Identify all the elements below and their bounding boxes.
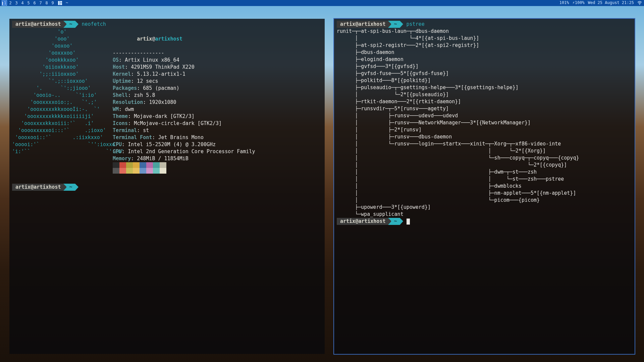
neofetch-val: 12 secs xyxy=(137,78,158,84)
neofetch-val: 685 (pacman) xyxy=(143,85,179,91)
color-swatch xyxy=(113,162,119,168)
svg-rect-2 xyxy=(60,3,62,5)
neofetch-val: Intel 2nd Generation Core Processor Fami… xyxy=(128,148,255,155)
color-swatch xyxy=(160,162,166,168)
neofetch-val: 5.13.12-artix1-1 xyxy=(137,71,185,77)
prompt-userhost: artix@artixhost xyxy=(12,21,63,28)
prompt-dir: ~ xyxy=(66,184,75,191)
prompt-userhost: artix@artixhost xyxy=(12,184,63,191)
cursor xyxy=(407,219,410,225)
neofetch-row: Host: 4291MS9 ThinkPad X220 xyxy=(113,64,322,71)
neofetch-row: Terminal: st xyxy=(113,127,322,134)
neofetch-row: Resolution: 644x362 xyxy=(113,99,322,106)
neofetch-val: McMojave-circle-dark [GTK2/3] xyxy=(134,120,222,126)
workspace-7[interactable]: 7 xyxy=(38,1,43,5)
neofetch-host: artixhost xyxy=(155,36,182,42)
color-swatch xyxy=(160,168,166,174)
neofetch-row: CPU: Intel i5-2520M (4) @ 3.200GHz xyxy=(113,141,322,148)
color-swatch xyxy=(140,162,146,168)
color-swatch xyxy=(133,162,140,168)
battery2-status: ⚡100% xyxy=(573,0,585,6)
workspace-4[interactable]: 4 xyxy=(20,1,25,5)
svg-rect-1 xyxy=(60,1,62,3)
neofetch-key: Theme xyxy=(113,113,128,119)
neofetch-row: Packages: 685 (pacman) xyxy=(113,85,322,92)
workspace-6[interactable]: 6 xyxy=(32,1,37,5)
neofetch-key: WM xyxy=(113,106,119,112)
bar-right: 101% ⚡100% Wed 25 August 21:25 xyxy=(559,0,642,6)
command-pstree: pstree xyxy=(403,21,425,28)
workspace-9[interactable]: 9 xyxy=(50,1,55,5)
prompt: artix@artixhost ~ neofetch xyxy=(12,21,322,28)
neofetch-val: 4291MS9 ThinkPad X220 xyxy=(131,64,195,70)
color-swatch xyxy=(126,162,133,168)
workspace-5[interactable]: 5 xyxy=(26,1,31,5)
neofetch-row: Shell: zsh 5.8 xyxy=(113,92,322,99)
pstree-output: runit─┬─at-spi-bus-laun─┬─dbus-daemon │ … xyxy=(337,28,632,218)
neofetch-val: dwm xyxy=(125,106,134,112)
neofetch-val: 644x362 xyxy=(149,99,176,105)
neofetch-val: Intel i5-2520M (4) @ 3.200GHz xyxy=(128,141,216,147)
neofetch-user: artix xyxy=(137,36,152,42)
color-swatch xyxy=(153,168,160,174)
datetime-status: Wed 25 August 21:25 xyxy=(588,0,634,6)
workspace-2[interactable]: 2 xyxy=(8,1,13,5)
prompt-dir: ~ xyxy=(391,21,399,28)
workspace-3[interactable]: 3 xyxy=(14,1,19,5)
neofetch-key: Terminal Font xyxy=(113,134,152,140)
prompt: artix@artixhost ~ pstree xyxy=(337,21,632,28)
neofetch-key: Shell xyxy=(113,92,128,98)
prompt-separator-icon xyxy=(400,218,403,225)
neofetch-val: Jet Brains Mono xyxy=(158,134,203,140)
color-swatch xyxy=(119,162,126,168)
prompt[interactable]: artix@artixhost ~ xyxy=(337,218,632,225)
neofetch-key: CPU xyxy=(113,141,122,147)
layout-icon[interactable] xyxy=(58,1,62,5)
color-swatch xyxy=(153,162,160,168)
neofetch-row: Theme: Mojave-dark [GTK2/3] xyxy=(113,113,322,120)
neofetch-key: OS xyxy=(113,57,119,63)
neofetch-key: Resolution xyxy=(113,99,143,105)
neofetch-row: Uptime: 12 secs xyxy=(113,78,322,85)
status-bar: 123456789 ~ 101% ⚡100% Wed 25 August 21:… xyxy=(0,0,644,6)
neofetch-key: Uptime xyxy=(113,78,131,84)
neofetch-info: artix@artixhost ----------------- OS: Ar… xyxy=(113,28,322,174)
prompt-separator-icon xyxy=(75,21,78,28)
color-swatch xyxy=(146,162,153,168)
command-neofetch: neofetch xyxy=(78,21,106,28)
prompt-separator-icon xyxy=(75,184,78,191)
battery1-status: 101% xyxy=(559,0,569,6)
neofetch-row: Kernel: 5.13.12-artix1-1 xyxy=(113,71,322,78)
workspace-1[interactable]: 1 xyxy=(2,1,7,5)
prompt-dir: ~ xyxy=(391,218,399,225)
neofetch-key: Packages xyxy=(113,85,137,91)
neofetch-val: Mojave-dark [GTK2/3] xyxy=(134,113,195,119)
terminal-left[interactable]: artix@artixhost ~ neofetch 'o' 'ooo' 'oo… xyxy=(9,19,325,354)
neofetch-key: Kernel xyxy=(113,71,131,77)
neofetch-hr: ----------------- xyxy=(113,50,322,57)
neofetch-val: zsh 5.8 xyxy=(134,92,155,98)
neofetch-val: 248MiB / 11854MiB xyxy=(137,156,189,162)
color-swatch xyxy=(133,168,140,174)
neofetch-row: GPU: Intel 2nd Generation Core Processor… xyxy=(113,148,322,155)
prompt-userhost: artix@artixhost xyxy=(337,21,388,28)
color-swatch xyxy=(113,168,119,174)
color-swatch xyxy=(119,168,126,174)
bar-left: 123456789 ~ xyxy=(2,0,68,6)
neofetch-row: Memory: 248MiB / 11854MiB xyxy=(113,155,322,162)
neofetch-key: Terminal xyxy=(113,127,137,133)
prompt-separator-icon xyxy=(400,21,403,28)
neofetch-row: WM: dwm xyxy=(113,106,322,113)
neofetch-row: OS: Artix Linux x86_64 xyxy=(113,57,322,64)
terminal-right[interactable]: artix@artixhost ~ pstree runit─┬─at-spi-… xyxy=(334,19,635,354)
neofetch-logo: 'o' 'ooo' 'ooxoo' 'ooxxxoo' 'oookkkxoo' … xyxy=(12,28,106,174)
neofetch-key: GPU xyxy=(113,148,122,155)
neofetch-key: Memory xyxy=(113,156,131,162)
workspace-8[interactable]: 8 xyxy=(44,1,49,5)
neofetch-val: st xyxy=(143,127,149,133)
svg-rect-0 xyxy=(58,1,60,5)
wifi-icon[interactable] xyxy=(637,1,642,5)
prompt[interactable]: artix@artixhost ~ xyxy=(12,184,322,191)
prompt-dir: ~ xyxy=(66,21,75,28)
neofetch-key: Icons xyxy=(113,120,128,126)
